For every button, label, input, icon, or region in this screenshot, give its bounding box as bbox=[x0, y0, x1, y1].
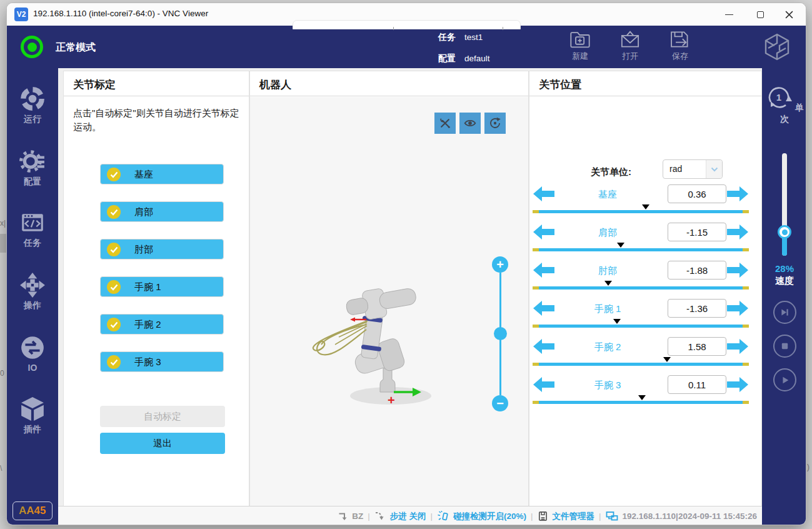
calibrate-joint-base-button[interactable]: 基座 bbox=[100, 164, 224, 184]
panel-header: 机器人 bbox=[250, 71, 528, 96]
joint-button-label: 手腕 3 bbox=[134, 356, 161, 368]
reset-view-button[interactable] bbox=[484, 113, 506, 134]
jog-plus-arrow-button[interactable] bbox=[727, 261, 748, 279]
simulation-tools-button[interactable] bbox=[434, 113, 456, 134]
zoom-out-button[interactable]: − bbox=[492, 395, 508, 411]
jog-plus-arrow-button[interactable] bbox=[727, 300, 748, 317]
robot-arm-render: + bbox=[306, 285, 494, 428]
jog-minus-arrow-button[interactable] bbox=[533, 185, 554, 203]
task-icon bbox=[19, 209, 46, 236]
joint-position-marker[interactable] bbox=[638, 395, 646, 400]
separator: | bbox=[430, 511, 433, 521]
calibrate-joint-wrist2-button[interactable]: 手腕 2 bbox=[100, 314, 224, 335]
jog-minus-arrow-button[interactable] bbox=[533, 261, 554, 279]
jog-minus-arrow-button[interactable] bbox=[533, 376, 554, 393]
nav-item-io[interactable]: IO bbox=[7, 335, 58, 373]
zoom-in-button[interactable]: + bbox=[492, 256, 508, 273]
check-icon bbox=[107, 355, 121, 369]
joint-unit-value: rad bbox=[669, 164, 682, 174]
joint-range-slider[interactable] bbox=[533, 363, 749, 366]
nav-item-config[interactable]: 配置 bbox=[7, 148, 58, 188]
joint-range-slider[interactable] bbox=[533, 286, 749, 290]
io-icon bbox=[19, 335, 46, 361]
calibrate-joint-elbow-button[interactable]: 肘部 bbox=[100, 239, 224, 259]
maximize-icon bbox=[757, 11, 764, 18]
maximize-button[interactable] bbox=[746, 3, 774, 26]
play-button[interactable] bbox=[773, 368, 796, 391]
joint-value-input[interactable]: -1.88 bbox=[668, 261, 726, 280]
step-mode-status[interactable]: 步进 关闭 bbox=[390, 511, 426, 522]
nav-item-run[interactable]: 运行 bbox=[7, 86, 58, 125]
robot-3d-viewport[interactable]: + + − bbox=[250, 97, 528, 506]
jog-plus-arrow-button[interactable] bbox=[727, 338, 748, 355]
collision-detect-status[interactable]: 碰撞检测开启(20%) bbox=[453, 511, 526, 522]
joint-range-slider[interactable] bbox=[533, 325, 749, 328]
joint-value-input[interactable]: 0.36 bbox=[668, 184, 726, 203]
nav-label-run: 运行 bbox=[24, 114, 41, 124]
calibrate-joint-wrist3-button[interactable]: 手腕 3 bbox=[100, 351, 224, 372]
jog-plus-arrow-button[interactable] bbox=[727, 223, 748, 241]
jog-plus-arrow-button[interactable] bbox=[727, 185, 748, 203]
visibility-button[interactable] bbox=[459, 113, 481, 134]
joint-position-marker[interactable] bbox=[604, 281, 612, 286]
joint-position-marker[interactable] bbox=[663, 357, 671, 362]
joint-value-input[interactable]: 0.11 bbox=[668, 375, 726, 394]
save-task-button[interactable]: 保存 bbox=[662, 29, 698, 62]
new-task-button[interactable]: 新建 bbox=[562, 29, 598, 62]
minimize-button[interactable] bbox=[714, 3, 743, 26]
speed-slider-track[interactable] bbox=[782, 153, 787, 256]
single-cycle-icon: 1 bbox=[765, 83, 793, 111]
joint-position-marker[interactable] bbox=[617, 243, 624, 248]
calibrate-joint-shoulder-button[interactable]: 肩部 bbox=[100, 201, 224, 222]
open-task-label: 打开 bbox=[622, 51, 638, 61]
background-window-remnant bbox=[293, 20, 521, 29]
robot-view-panel: 机器人 bbox=[249, 71, 529, 506]
joint-position-marker[interactable] bbox=[642, 204, 649, 209]
step-mode-icon bbox=[374, 511, 386, 522]
joint-unit-select[interactable]: rad bbox=[663, 159, 723, 179]
calibrate-joint-wrist1-button[interactable]: 手腕 1 bbox=[100, 276, 224, 297]
bz-status-icon bbox=[338, 511, 348, 521]
nav-item-jog[interactable]: 操作 bbox=[7, 272, 58, 311]
joint-range-slider[interactable] bbox=[533, 210, 749, 213]
speed-label: 速度 bbox=[762, 275, 806, 287]
nav-item-task[interactable]: 任务 bbox=[7, 209, 58, 249]
joint-button-label: 手腕 2 bbox=[134, 319, 161, 331]
check-icon bbox=[107, 318, 121, 331]
check-icon bbox=[107, 168, 121, 181]
single-run-button[interactable]: 1 单次 bbox=[762, 83, 806, 125]
joint-value-input[interactable]: 1.58 bbox=[668, 337, 726, 356]
step-forward-button[interactable] bbox=[773, 301, 796, 324]
nav-item-plugin[interactable]: 插件 bbox=[7, 396, 58, 435]
jog-minus-arrow-button[interactable] bbox=[533, 300, 554, 317]
joint-range-slider[interactable] bbox=[533, 248, 749, 251]
bz-status-label: BZ bbox=[352, 511, 363, 521]
open-task-button[interactable]: 打开 bbox=[612, 29, 648, 62]
reset-view-icon bbox=[489, 117, 501, 129]
joint-value-input[interactable]: -1.15 bbox=[668, 223, 726, 241]
speed-slider-handle[interactable] bbox=[778, 225, 791, 239]
joint-range-slider[interactable] bbox=[533, 401, 749, 404]
stop-button[interactable] bbox=[773, 335, 796, 358]
nav-label-plugin: 插件 bbox=[24, 424, 41, 434]
joint-value-input[interactable]: -1.36 bbox=[668, 299, 726, 318]
zoom-slider-handle[interactable] bbox=[494, 327, 507, 340]
jog-minus-arrow-button[interactable] bbox=[533, 223, 554, 241]
jog-minus-arrow-button[interactable] bbox=[533, 338, 554, 355]
file-manager-icon bbox=[538, 511, 548, 521]
separator: | bbox=[599, 511, 601, 521]
brand-logo-icon bbox=[762, 32, 792, 64]
joint-button-label: 手腕 1 bbox=[134, 281, 161, 293]
file-manager-link[interactable]: 文件管理器 bbox=[553, 511, 595, 522]
desktop-artifact: x| bbox=[0, 219, 6, 228]
exit-button[interactable]: 退出 bbox=[100, 433, 225, 454]
robot-model-badge[interactable]: AA45 bbox=[13, 501, 53, 520]
close-button[interactable] bbox=[774, 3, 803, 26]
jog-icon bbox=[19, 272, 46, 298]
calibration-panel-title: 关节标定 bbox=[73, 78, 116, 92]
joint-position-marker[interactable] bbox=[613, 319, 621, 324]
close-icon bbox=[785, 11, 793, 19]
joint-row-label: 肩部 bbox=[573, 227, 642, 239]
jog-plus-arrow-button[interactable] bbox=[727, 376, 748, 393]
auto-calibrate-button[interactable]: 自动标定 bbox=[100, 406, 225, 427]
